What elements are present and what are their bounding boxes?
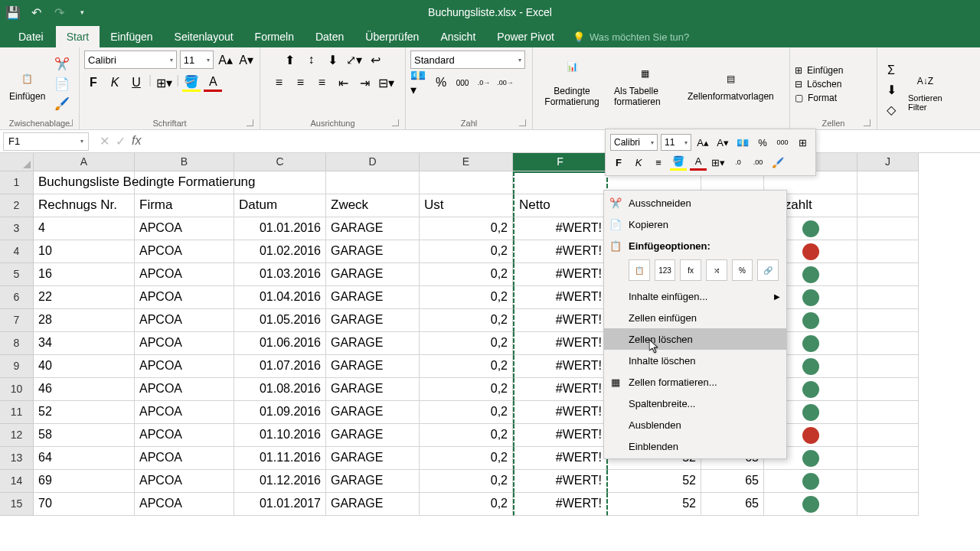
tab-einfuegen[interactable]: Einfügen [100, 26, 163, 47]
cell[interactable]: GARAGE [326, 263, 420, 286]
tab-ueberpruefen[interactable]: Überprüfen [354, 26, 430, 47]
cell[interactable]: Ust [420, 194, 513, 217]
autosum-icon[interactable]: Σ [882, 61, 900, 80]
cell[interactable]: APCOA [135, 493, 234, 516]
cell[interactable] [513, 171, 608, 194]
cell[interactable]: #WERT! [513, 424, 608, 447]
fx-icon[interactable]: fx [132, 134, 141, 148]
col-header-e[interactable]: E [420, 153, 513, 171]
row-header[interactable]: 13 [0, 447, 34, 470]
clear-icon[interactable]: ◇ [882, 101, 900, 119]
cell[interactable] [858, 263, 919, 286]
cell[interactable]: 52 [608, 470, 701, 493]
cell[interactable]: #WERT! [513, 240, 608, 263]
row-header[interactable]: 14 [0, 470, 34, 493]
cell[interactable]: 46 [34, 378, 135, 401]
ctx-clear-contents[interactable]: Inhalte löschen [604, 350, 786, 371]
tab-ansicht[interactable]: Ansicht [430, 26, 486, 47]
cell[interactable]: APCOA [135, 424, 234, 447]
cell-styles-button[interactable]: ▤ Zellenformatvorlagen [683, 65, 779, 103]
tab-daten[interactable]: Daten [305, 26, 354, 47]
cell[interactable]: GARAGE [326, 240, 420, 263]
enter-formula-icon[interactable]: ✓ [116, 134, 126, 148]
cell[interactable] [764, 470, 858, 493]
mini-size-combo[interactable]: 11▾ [661, 134, 691, 151]
qat-dropdown-icon[interactable]: ▾ [75, 5, 89, 19]
cancel-formula-icon[interactable]: ✕ [100, 134, 109, 148]
row-header[interactable]: 1 [0, 171, 34, 194]
paste-transpose-icon[interactable]: ⤭ [706, 259, 727, 281]
cell[interactable]: APCOA [135, 217, 234, 240]
cell[interactable]: 0,2 [420, 378, 513, 401]
mini-decrease-font-icon[interactable]: A▾ [714, 134, 731, 151]
cell[interactable]: 01.05.2016 [234, 309, 326, 332]
mini-increase-font-icon[interactable]: A▴ [694, 134, 711, 151]
decrease-decimal-icon[interactable]: .00→ [496, 73, 514, 92]
cell[interactable] [858, 286, 919, 309]
cell[interactable]: 52 [608, 493, 701, 516]
cell[interactable]: 0,2 [420, 401, 513, 424]
decrease-font-icon[interactable]: A▾ [237, 51, 255, 69]
cell[interactable]: GARAGE [326, 332, 420, 355]
align-right-icon[interactable]: ≡ [313, 73, 332, 92]
select-all-button[interactable] [0, 153, 34, 171]
cell[interactable]: 01.03.2016 [234, 263, 326, 286]
cell[interactable]: APCOA [135, 355, 234, 378]
cell[interactable]: 52 [34, 401, 135, 424]
paste-button[interactable]: 📋 Einfügen [5, 65, 50, 103]
cell[interactable]: 01.06.2016 [234, 332, 326, 355]
copy-icon[interactable]: 📄 [53, 75, 71, 93]
font-color-icon[interactable]: A [204, 73, 222, 92]
cell[interactable] [858, 217, 919, 240]
cell[interactable]: 01.12.2016 [234, 470, 326, 493]
cell[interactable]: #WERT! [513, 263, 608, 286]
cell[interactable]: GARAGE [326, 470, 420, 493]
col-header-a[interactable]: A [34, 153, 135, 171]
cell[interactable]: 65 [701, 470, 764, 493]
cell[interactable]: 0,2 [420, 493, 513, 516]
cell[interactable]: Zweck [326, 194, 420, 217]
cell[interactable]: 58 [34, 424, 135, 447]
mini-align-icon[interactable]: ≡ [650, 154, 667, 171]
row-header[interactable]: 6 [0, 286, 34, 309]
align-left-icon[interactable]: ≡ [270, 73, 289, 92]
row-header[interactable]: 10 [0, 378, 34, 401]
increase-indent-icon[interactable]: ⇥ [356, 73, 374, 92]
cell[interactable] [858, 470, 919, 493]
cell[interactable] [858, 378, 919, 401]
cell[interactable] [858, 493, 919, 516]
cell[interactable]: 01.01.2016 [234, 217, 326, 240]
undo-icon[interactable]: ↶ [29, 5, 43, 19]
fill-icon[interactable]: ⬇ [882, 81, 900, 99]
cell[interactable] [858, 171, 919, 194]
mini-italic-button[interactable]: K [630, 154, 647, 171]
cell[interactable]: 01.09.2016 [234, 401, 326, 424]
cell[interactable]: APCOA [135, 378, 234, 401]
cell[interactable]: GARAGE [326, 424, 420, 447]
decrease-indent-icon[interactable]: ⇤ [335, 73, 353, 92]
font-size-combo[interactable]: 11▾ [180, 51, 214, 69]
cell[interactable]: APCOA [135, 401, 234, 424]
cell[interactable]: #WERT! [513, 378, 608, 401]
paste-values-icon[interactable]: 123 [655, 259, 676, 281]
ctx-unhide[interactable]: Einblenden [604, 435, 786, 457]
cell[interactable]: APCOA [135, 240, 234, 263]
col-header-f[interactable]: F [513, 153, 608, 171]
paste-all-icon[interactable]: 📋 [629, 259, 650, 281]
cell[interactable]: 0,2 [420, 470, 513, 493]
cell[interactable]: 64 [34, 447, 135, 470]
mini-fill-color-icon[interactable]: 🪣 [670, 154, 687, 171]
cell[interactable] [234, 171, 326, 194]
cell[interactable]: #WERT! [513, 493, 608, 516]
ctx-insert-cells[interactable]: Zellen einfügen [604, 307, 786, 328]
cell[interactable]: 01.01.2017 [234, 493, 326, 516]
cell[interactable]: 0,2 [420, 286, 513, 309]
cell[interactable]: APCOA [135, 447, 234, 470]
tab-formeln[interactable]: Formeln [244, 26, 305, 47]
merge-icon[interactable]: ⊟▾ [377, 73, 396, 92]
cell[interactable] [858, 194, 919, 217]
cell[interactable]: GARAGE [326, 447, 420, 470]
cell[interactable]: 0,2 [420, 447, 513, 470]
tab-start[interactable]: Start [56, 26, 100, 47]
mini-font-combo[interactable]: Calibri▾ [610, 134, 658, 151]
